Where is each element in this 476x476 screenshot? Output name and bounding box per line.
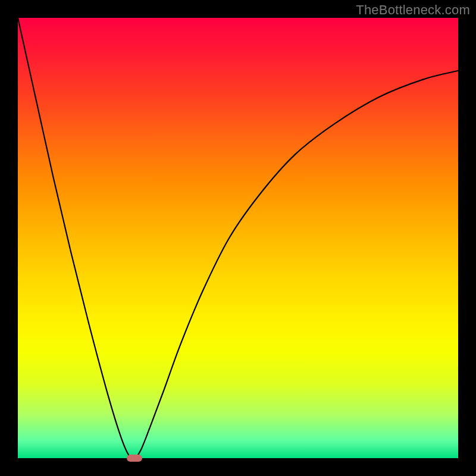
plot-area bbox=[18, 18, 458, 458]
chart-frame: TheBottleneck.com bbox=[0, 0, 476, 476]
watermark-text: TheBottleneck.com bbox=[356, 2, 470, 18]
bottleneck-curve bbox=[18, 18, 458, 458]
trough-marker bbox=[127, 455, 142, 462]
